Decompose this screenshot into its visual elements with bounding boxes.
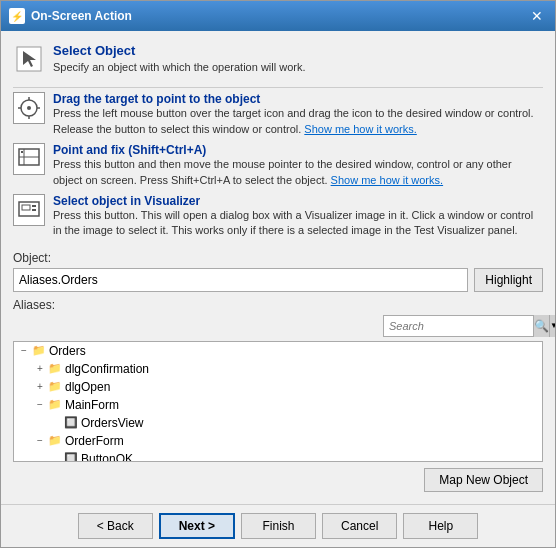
tree-container[interactable]: − 📁 Orders + 📁 dlgConfirmation + 📁 dlgOp…: [13, 341, 543, 462]
option-visualizer-desc: Press this button. This will open a dial…: [53, 208, 543, 239]
svg-point-2: [27, 106, 31, 110]
option-visualizer-text: Select object in Visualizer Press this b…: [53, 194, 543, 239]
app-icon: ⚡: [9, 8, 25, 24]
aliases-label: Aliases:: [13, 298, 543, 312]
header-text: Select Object Specify an object with whi…: [53, 43, 306, 75]
drag-help-link[interactable]: Show me how it works.: [304, 123, 416, 135]
item-icon: 🔲: [64, 452, 78, 462]
object-row: Highlight: [13, 268, 543, 292]
drag-icon[interactable]: [13, 92, 45, 124]
folder-icon: 📁: [32, 344, 46, 357]
select-object-icon: [13, 43, 45, 75]
tree-item[interactable]: − 📁 Orders: [14, 342, 542, 360]
bottom-row: Map New Object: [13, 468, 543, 492]
tree-item[interactable]: 🔲 OrdersView: [14, 414, 542, 432]
option-point-desc: Press this button and then move the mous…: [53, 157, 543, 188]
header-title: Select Object: [53, 43, 306, 58]
tree-item-label: ButtonOK: [81, 452, 133, 462]
tree-item-label: MainForm: [65, 398, 119, 412]
tree-item-label: dlgConfirmation: [65, 362, 149, 376]
svg-rect-13: [32, 205, 36, 207]
point-icon[interactable]: [13, 143, 45, 175]
folder-icon: 📁: [48, 362, 62, 375]
tree-toggle: +: [34, 381, 46, 392]
tree-item[interactable]: − 📁 OrderForm: [14, 432, 542, 450]
search-dropdown-button[interactable]: ▼: [549, 315, 555, 337]
header-section: Select Object Specify an object with whi…: [13, 43, 543, 75]
tree-item[interactable]: 🔲 ButtonOK: [14, 450, 542, 462]
close-button[interactable]: ✕: [527, 6, 547, 26]
main-window: ⚡ On-Screen Action ✕ Select Object Speci…: [0, 0, 556, 548]
tree-item[interactable]: + 📁 dlgConfirmation: [14, 360, 542, 378]
map-new-object-button[interactable]: Map New Object: [424, 468, 543, 492]
option-visualizer-title: Select object in Visualizer: [53, 194, 543, 208]
tree-item[interactable]: + 📁 dlgOpen: [14, 378, 542, 396]
option-visualizer: Select object in Visualizer Press this b…: [13, 194, 543, 239]
option-drag-desc: Press the left mouse button over the tar…: [53, 106, 543, 137]
tree-item-label: dlgOpen: [65, 380, 110, 394]
highlight-button[interactable]: Highlight: [474, 268, 543, 292]
svg-rect-12: [22, 205, 30, 210]
item-icon: 🔲: [64, 416, 78, 429]
search-button[interactable]: 🔍: [533, 315, 549, 337]
point-help-link[interactable]: Show me how it works.: [331, 174, 443, 186]
back-button[interactable]: < Back: [78, 513, 153, 539]
next-button[interactable]: Next >: [159, 513, 235, 539]
svg-rect-14: [32, 209, 36, 211]
title-bar-left: ⚡ On-Screen Action: [9, 8, 132, 24]
help-button[interactable]: Help: [403, 513, 478, 539]
tree-toggle: −: [34, 399, 46, 410]
content-area: Select Object Specify an object with whi…: [1, 31, 555, 504]
option-drag: Drag the target to point to the object P…: [13, 92, 543, 137]
tree-toggle: −: [18, 345, 30, 356]
search-container: 🔍 ▼: [383, 315, 543, 337]
option-point: Point and fix (Shift+Ctrl+A) Press this …: [13, 143, 543, 188]
folder-icon: 📁: [48, 380, 62, 393]
tree-item-label: OrdersView: [81, 416, 143, 430]
option-point-title: Point and fix (Shift+Ctrl+A): [53, 143, 543, 157]
visualizer-icon[interactable]: [13, 194, 45, 226]
divider-1: [13, 87, 543, 88]
header-description: Specify an object with which the operati…: [53, 60, 306, 75]
svg-rect-10: [21, 151, 23, 153]
option-drag-title: Drag the target to point to the object: [53, 92, 543, 106]
option-drag-text: Drag the target to point to the object P…: [53, 92, 543, 137]
tree-toggle: −: [34, 435, 46, 446]
title-controls: ✕: [527, 6, 547, 26]
option-point-text: Point and fix (Shift+Ctrl+A) Press this …: [53, 143, 543, 188]
search-input[interactable]: [384, 316, 533, 336]
cancel-button[interactable]: Cancel: [322, 513, 397, 539]
tree-item-label: OrderForm: [65, 434, 124, 448]
footer: < Back Next > Finish Cancel Help: [1, 504, 555, 547]
title-bar: ⚡ On-Screen Action ✕: [1, 1, 555, 31]
folder-icon: 📁: [48, 434, 62, 447]
tree-toggle: +: [34, 363, 46, 374]
tree-item[interactable]: − 📁 MainForm: [14, 396, 542, 414]
finish-button[interactable]: Finish: [241, 513, 316, 539]
folder-icon: 📁: [48, 398, 62, 411]
search-row: 🔍 ▼: [13, 315, 543, 337]
tree-item-label: Orders: [49, 344, 86, 358]
window-title: On-Screen Action: [31, 9, 132, 23]
object-input[interactable]: [13, 268, 468, 292]
object-label: Object:: [13, 251, 543, 265]
